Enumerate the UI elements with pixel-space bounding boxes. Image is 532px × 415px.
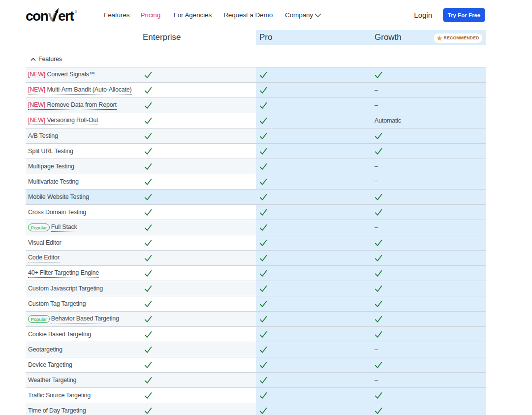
svg-text:con: con [26, 8, 48, 24]
svg-text:®: ® [75, 10, 77, 14]
svg-text:ert: ert [58, 8, 74, 24]
